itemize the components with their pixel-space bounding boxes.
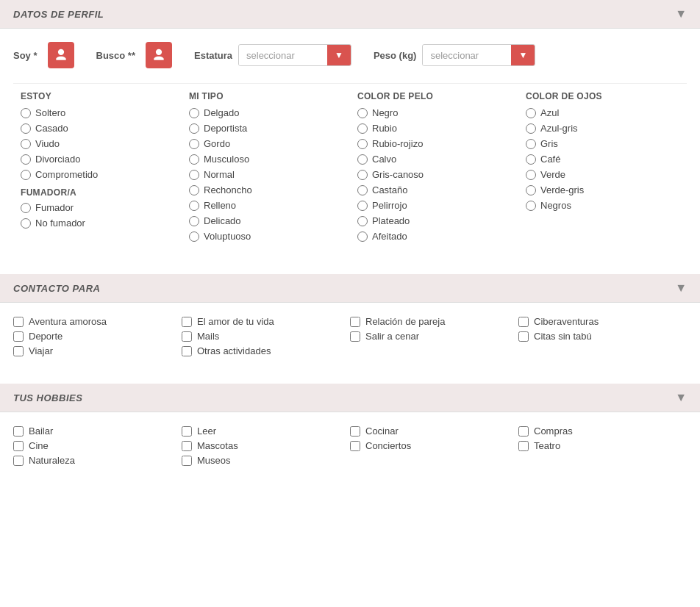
cafe-radio[interactable]	[526, 154, 536, 165]
compras-label[interactable]: Compras	[534, 425, 573, 437]
comprometido-label[interactable]: Comprometido	[35, 169, 98, 180]
gris-radio[interactable]	[526, 139, 536, 149]
cine-label[interactable]: Cine	[29, 440, 49, 451]
peso-select[interactable]: seleccionar	[423, 46, 511, 65]
divorciado-label[interactable]: Divorciado	[35, 154, 80, 165]
afeitado-label[interactable]: Afeitado	[372, 231, 407, 242]
busco-female-button[interactable]	[146, 42, 172, 68]
no-fumador-label[interactable]: No fumador	[35, 218, 85, 229]
casado-radio[interactable]	[21, 123, 31, 134]
otras-label[interactable]: Otras actividades	[197, 345, 271, 356]
pelirrojo-radio[interactable]	[357, 201, 368, 211]
relacion-checkbox[interactable]	[350, 317, 360, 327]
fumador-radio[interactable]	[21, 203, 31, 213]
delgado-label[interactable]: Delgado	[204, 107, 239, 118]
viajar-checkbox[interactable]	[13, 346, 24, 356]
museos-checkbox[interactable]	[182, 456, 192, 466]
calvo-radio[interactable]	[357, 154, 368, 165]
soltero-label[interactable]: Soltero	[35, 107, 65, 118]
verde-gris-radio[interactable]	[526, 185, 536, 195]
delgado-radio[interactable]	[189, 108, 199, 118]
bailar-checkbox[interactable]	[13, 426, 24, 437]
mascotas-checkbox[interactable]	[182, 441, 192, 451]
castano-label[interactable]: Castaño	[372, 184, 407, 195]
gordo-label[interactable]: Gordo	[204, 138, 230, 149]
deportista-label[interactable]: Deportista	[204, 123, 247, 134]
leer-label[interactable]: Leer	[197, 425, 216, 437]
aventura-label[interactable]: Aventura amorosa	[29, 316, 107, 327]
rechoncho-label[interactable]: Rechoncho	[204, 184, 252, 195]
deportista-radio[interactable]	[189, 123, 199, 134]
azul-gris-label[interactable]: Azul-gris	[540, 123, 578, 134]
divorciado-radio[interactable]	[21, 154, 31, 165]
gris-canoso-radio[interactable]	[357, 170, 368, 180]
mails-label[interactable]: Mails	[197, 331, 219, 342]
azul-label[interactable]: Azul	[540, 107, 559, 118]
citas-checkbox[interactable]	[518, 331, 529, 342]
musculoso-radio[interactable]	[189, 154, 199, 165]
amor-checkbox[interactable]	[182, 317, 192, 327]
salir-checkbox[interactable]	[350, 331, 360, 342]
contacto-section-header[interactable]: CONTACTO PARA ▼	[0, 274, 700, 303]
afeitado-radio[interactable]	[357, 231, 368, 242]
mascotas-label[interactable]: Mascotas	[197, 440, 238, 451]
castano-radio[interactable]	[357, 185, 368, 195]
soltero-radio[interactable]	[21, 108, 31, 118]
conciertos-label[interactable]: Conciertos	[365, 440, 411, 451]
deporte-label[interactable]: Deporte	[29, 331, 63, 342]
fumador-label[interactable]: Fumador	[35, 202, 74, 213]
verde-radio[interactable]	[526, 170, 536, 180]
no-fumador-radio[interactable]	[21, 218, 31, 229]
naturaleza-label[interactable]: Naturaleza	[29, 455, 75, 466]
cocinar-label[interactable]: Cocinar	[365, 425, 399, 437]
bailar-label[interactable]: Bailar	[29, 425, 53, 437]
calvo-label[interactable]: Calvo	[372, 154, 396, 165]
rubio-radio[interactable]	[357, 123, 368, 134]
delicado-radio[interactable]	[189, 216, 199, 226]
museos-label[interactable]: Museos	[197, 455, 231, 466]
cafe-label[interactable]: Café	[540, 154, 560, 165]
teatro-checkbox[interactable]	[518, 441, 529, 451]
normal-radio[interactable]	[189, 170, 199, 180]
verde-label[interactable]: Verde	[540, 169, 565, 180]
casado-label[interactable]: Casado	[35, 123, 68, 134]
rubio-label[interactable]: Rubio	[372, 123, 397, 134]
gris-label[interactable]: Gris	[540, 138, 558, 149]
leer-checkbox[interactable]	[182, 426, 192, 437]
plateado-label[interactable]: Plateado	[372, 215, 410, 226]
plateado-radio[interactable]	[357, 216, 368, 226]
viudo-label[interactable]: Viudo	[35, 138, 60, 149]
relleno-label[interactable]: Relleno	[204, 200, 236, 211]
rechoncho-radio[interactable]	[189, 185, 199, 195]
azul-gris-radio[interactable]	[526, 123, 536, 134]
viudo-radio[interactable]	[21, 139, 31, 149]
relacion-label[interactable]: Relación de pareja	[365, 316, 445, 327]
gris-canoso-label[interactable]: Gris-canoso	[372, 169, 424, 180]
deporte-checkbox[interactable]	[13, 331, 24, 342]
relleno-radio[interactable]	[189, 201, 199, 211]
viajar-label[interactable]: Viajar	[29, 345, 53, 356]
verde-gris-label[interactable]: Verde-gris	[540, 184, 584, 195]
naturaleza-checkbox[interactable]	[13, 456, 24, 466]
soy-male-button[interactable]	[48, 42, 74, 68]
peso-dropdown-button[interactable]: ▼	[511, 45, 535, 65]
normal-label[interactable]: Normal	[204, 169, 235, 180]
voluptuoso-label[interactable]: Voluptuoso	[204, 231, 251, 242]
otras-checkbox[interactable]	[182, 346, 192, 356]
rubio-rojizo-label[interactable]: Rubio-rojizo	[372, 138, 423, 149]
perfil-section-header[interactable]: DATOS DE PERFIL ▼	[0, 0, 700, 29]
estatura-select[interactable]: seleccionar	[239, 46, 327, 65]
voluptuoso-radio[interactable]	[189, 231, 199, 242]
cine-checkbox[interactable]	[13, 441, 24, 451]
negros-radio[interactable]	[526, 201, 536, 211]
negro-label[interactable]: Negro	[372, 107, 398, 118]
rubio-rojizo-radio[interactable]	[357, 139, 368, 149]
teatro-label[interactable]: Teatro	[534, 440, 560, 451]
hobbies-section-header[interactable]: TUS HOBBIES ▼	[0, 384, 700, 412]
mails-checkbox[interactable]	[182, 331, 192, 342]
musculoso-label[interactable]: Musculoso	[204, 154, 249, 165]
citas-label[interactable]: Citas sin tabú	[534, 331, 592, 342]
ciberaventuras-checkbox[interactable]	[518, 317, 529, 327]
azul-radio[interactable]	[526, 108, 536, 118]
negro-radio[interactable]	[357, 108, 368, 118]
